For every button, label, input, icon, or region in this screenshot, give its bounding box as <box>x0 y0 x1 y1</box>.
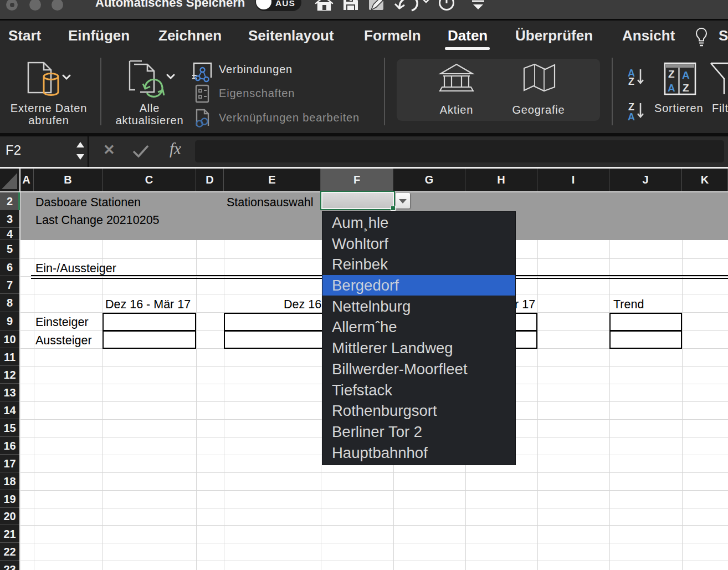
svg-text:A: A <box>682 69 690 81</box>
svg-text:A: A <box>668 82 675 94</box>
svg-text:Z: Z <box>628 101 634 113</box>
svg-text:A: A <box>628 111 635 123</box>
svg-text:Z: Z <box>628 76 634 87</box>
svg-text:Z: Z <box>668 68 675 80</box>
svg-text:Z: Z <box>683 82 689 94</box>
